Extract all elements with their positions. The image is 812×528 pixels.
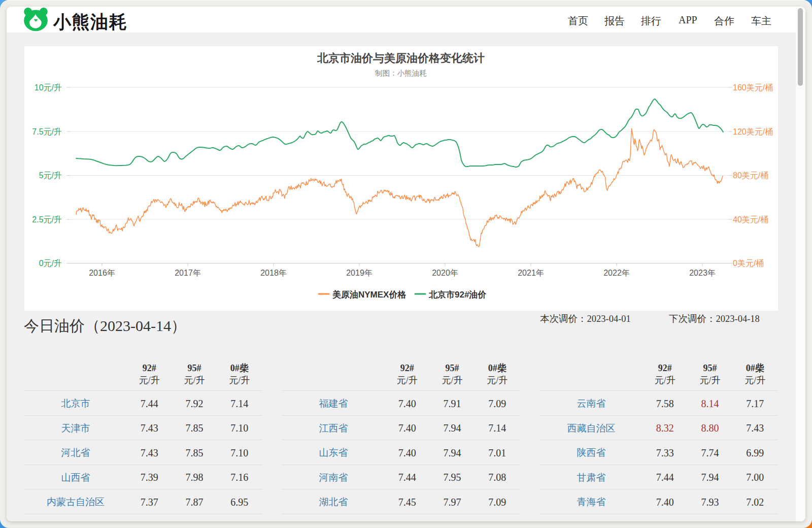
svg-text:2016年: 2016年 bbox=[89, 269, 115, 277]
svg-text:2.5元/升: 2.5元/升 bbox=[32, 215, 62, 224]
svg-text:80美元/桶: 80美元/桶 bbox=[733, 171, 768, 180]
svg-text:2022年: 2022年 bbox=[603, 269, 630, 277]
svg-text:北京市92#油价: 北京市92#油价 bbox=[428, 290, 487, 300]
svg-text:美原油NYMEX价格: 美原油NYMEX价格 bbox=[332, 289, 406, 300]
svg-text:2017年: 2017年 bbox=[175, 269, 201, 277]
svg-text:2020年: 2020年 bbox=[432, 269, 458, 277]
svg-text:2018年: 2018年 bbox=[260, 269, 287, 277]
svg-text:160美元/桶: 160美元/桶 bbox=[733, 83, 773, 92]
svg-text:5元/升: 5元/升 bbox=[39, 171, 62, 180]
svg-text:120美元/桶: 120美元/桶 bbox=[733, 127, 773, 136]
svg-text:10元/升: 10元/升 bbox=[35, 83, 62, 92]
svg-text:0美元/桶: 0美元/桶 bbox=[733, 259, 764, 268]
svg-text:制图：小熊油耗: 制图：小熊油耗 bbox=[375, 69, 427, 77]
svg-text:2019年: 2019年 bbox=[346, 269, 373, 277]
svg-text:北京市油价与美原油价格变化统计: 北京市油价与美原油价格变化统计 bbox=[317, 52, 485, 64]
svg-text:2023年: 2023年 bbox=[689, 269, 716, 277]
svg-text:2021年: 2021年 bbox=[518, 269, 544, 277]
svg-text:7.5元/升: 7.5元/升 bbox=[32, 127, 62, 136]
svg-text:40美元/桶: 40美元/桶 bbox=[733, 215, 768, 224]
svg-text:0元/升: 0元/升 bbox=[39, 259, 62, 268]
